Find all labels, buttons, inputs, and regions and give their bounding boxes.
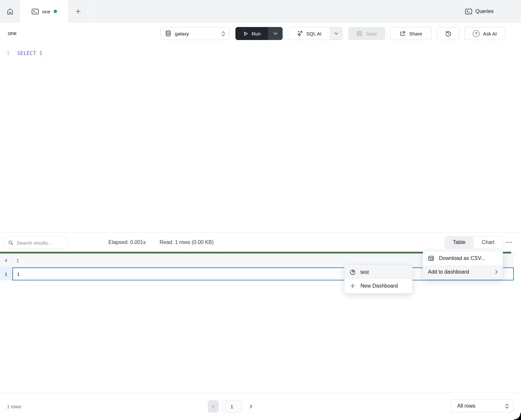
home-button[interactable] [0,0,21,23]
save-button[interactable]: Save [348,27,385,40]
queries-label: Queries [475,8,494,14]
tab-label: one [42,9,50,14]
ask-ai-label: Ask AI [483,31,497,36]
sql-literal: 1 [39,50,42,56]
submenu-item-label: test [360,269,407,275]
chevron-right-icon [250,404,252,409]
current-page-indicator[interactable]: 1 [222,400,242,413]
results-context-menu: Download as CSV... Add to dashboard [423,251,503,279]
menu-item-add-to-dashboard[interactable]: Add to dashboard [423,265,503,279]
submenu-item-test[interactable]: test [345,265,412,279]
new-tab-button[interactable] [68,0,88,23]
terminal-icon [32,8,39,15]
sql-console-window: one Queries one galaxy [0,0,521,420]
sql-ai-options-button[interactable] [330,27,342,40]
share-button[interactable]: Share [390,27,432,40]
tab-bar: one Queries [0,0,521,23]
window-rounded-corner [514,413,521,420]
database-name: galaxy [175,31,218,36]
unsaved-changes-dot [54,10,57,13]
share-icon [400,31,406,37]
view-toggle: Table Chart [444,236,503,249]
line-number: 1 [0,50,13,56]
save-icon [356,31,362,37]
menu-item-download-csv[interactable]: Download as CSV... [423,251,503,265]
ellipsis-icon [506,241,512,243]
table-grid-icon [428,255,434,262]
sql-ai-label: SQL AI [306,31,322,36]
editor-line: 1 SELECT 1 [0,49,42,57]
history-icon [445,30,452,37]
read-stat: Read: 1 rows (0.00 KB) [160,233,214,252]
sparkles-icon [297,30,303,37]
menu-item-label: Add to dashboard [428,269,490,275]
sql-code: SELECT 1 [13,50,42,56]
run-label: Run [252,31,261,36]
home-icon [6,7,14,15]
menu-item-label: Download as CSV... [439,255,498,261]
plus-icon [349,283,356,289]
sql-ai-split-button: SQL AI [288,27,343,40]
tab-table-view[interactable]: Table [445,237,473,248]
updown-chevron-icon [221,31,225,36]
submenu-item-new-dashboard[interactable]: New Dashboard [345,279,412,293]
results-footer: 1 rows 1 All rows [0,392,521,420]
results-toolbar: Elapsed: 0.001s Read: 1 rows (0.00 KB) T… [0,232,521,252]
previous-page-button[interactable] [208,400,219,413]
tab-bar-spacer [88,0,458,23]
updown-chevron-icon [505,403,509,409]
submenu-item-label: New Dashboard [360,283,407,289]
dashboard-submenu: test New Dashboard [344,265,413,293]
sql-editor[interactable]: 1 SELECT 1 [0,44,521,232]
search-icon [8,240,14,246]
terminal-icon [465,8,472,15]
plus-icon [75,8,81,14]
save-label: Save [366,31,377,36]
next-page-button[interactable] [246,400,256,413]
question-circle-icon: ? [473,30,480,37]
more-options-button[interactable] [504,238,514,247]
chevron-down-icon [334,32,338,35]
search-results-box [4,237,68,249]
chevron-right-icon [495,270,498,274]
chevron-down-icon [274,32,277,35]
row-index-cell[interactable]: 1 [0,267,12,280]
run-split-button: Run [235,27,283,40]
play-icon [243,31,248,36]
database-icon [165,30,171,37]
page-size-select[interactable]: All rows [451,400,514,413]
query-title: one [8,31,17,36]
query-toolbar: one galaxy Run [0,23,521,44]
run-options-button[interactable] [268,27,283,40]
sql-ai-button[interactable]: SQL AI [288,27,330,40]
index-column-header: # [0,253,12,267]
row-count: 1 rows [7,403,21,409]
tab-chart-view[interactable]: Chart [473,237,503,248]
database-select[interactable]: galaxy [160,27,230,40]
ask-ai-button[interactable]: ? Ask AI [464,27,505,40]
chevron-left-icon [212,404,215,409]
search-results-input[interactable] [17,240,64,246]
elapsed-stat: Elapsed: 0.001s [108,233,146,252]
run-button[interactable]: Run [235,27,268,40]
space [36,50,39,56]
pie-chart-icon [349,269,356,276]
sql-keyword: SELECT [17,50,36,56]
tab-one[interactable]: one [21,0,68,23]
share-label: Share [409,31,422,36]
queries-button[interactable]: Queries [458,0,521,23]
page-size-value: All rows [457,403,505,409]
history-button[interactable] [437,27,459,40]
